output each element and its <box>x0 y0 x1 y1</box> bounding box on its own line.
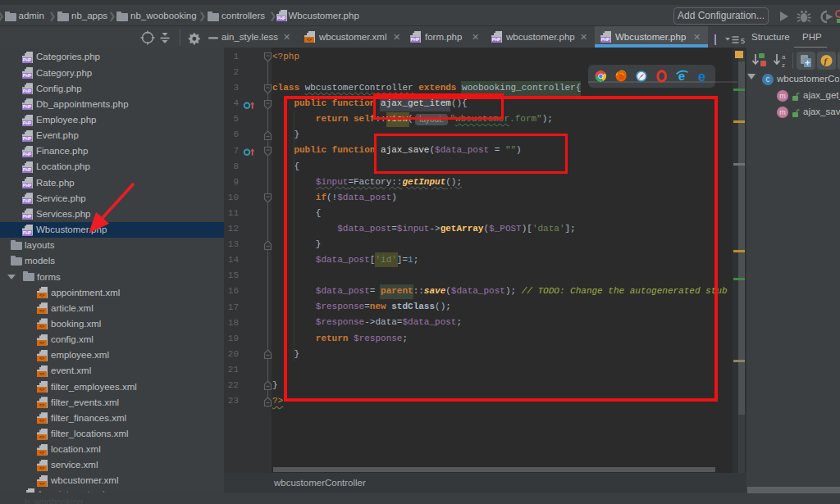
svg-text:5: 5 <box>741 37 745 45</box>
svg-text:e: e <box>698 70 705 83</box>
svg-text:a: a <box>782 53 786 61</box>
svg-text:z: z <box>782 61 785 69</box>
